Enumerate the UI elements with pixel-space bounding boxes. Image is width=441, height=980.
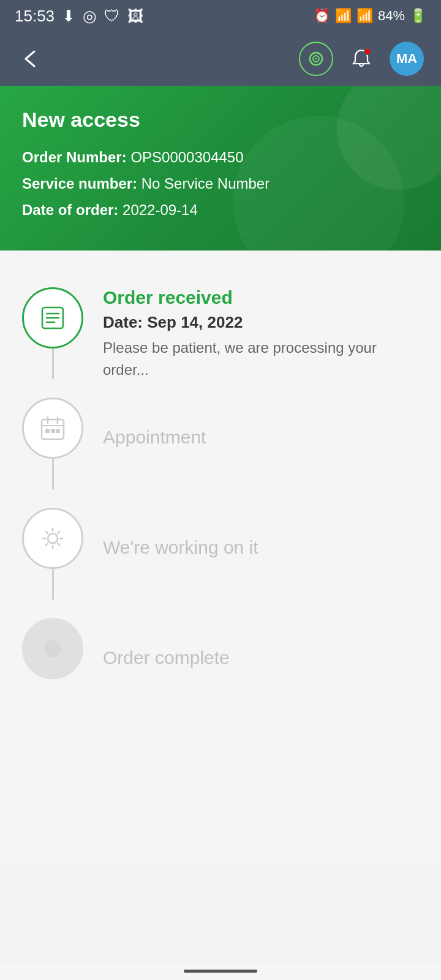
- notification-button[interactable]: [348, 45, 375, 72]
- step-content-2: Appointment: [103, 398, 419, 448]
- step-content-3: We're working on it: [103, 508, 419, 558]
- status-bar-right: ⏰ 📶 📶 84% 🔋: [314, 8, 426, 24]
- date-val: 2022-09-14: [123, 202, 198, 218]
- chat-button[interactable]: [299, 42, 333, 76]
- timeline: Order received Date: Sep 14, 2022 Please…: [0, 251, 441, 716]
- time-display: 15:53: [15, 7, 55, 26]
- bottom-bar: [0, 962, 441, 980]
- step-title-appointment: Appointment: [103, 410, 419, 448]
- calendar-icon: [37, 412, 69, 444]
- working-icon-circle: [22, 508, 83, 569]
- signal-icon: 📶: [356, 8, 373, 24]
- banner-title: New access: [22, 108, 419, 132]
- gear-icon: [37, 522, 69, 554]
- bottom-nav-indicator: [184, 970, 257, 973]
- shield-icon: 🛡: [104, 7, 120, 26]
- connector-2-3: [52, 459, 54, 489]
- battery-icon: 🔋: [410, 8, 426, 24]
- step-left-4: [22, 618, 83, 679]
- banner-info: Order Number: OPS0000304450 Service numb…: [22, 144, 419, 224]
- step-title-order-received: Order received: [103, 287, 419, 308]
- step-date-order-received: Date: Sep 14, 2022: [103, 313, 419, 332]
- date-label: Date of order:: [22, 202, 118, 218]
- connector-3-4: [52, 569, 54, 600]
- nav-bar: MA: [0, 32, 441, 86]
- timeline-step-working: We're working on it: [22, 508, 419, 618]
- service-number-val: No Service Number: [141, 175, 270, 192]
- service-number-label: Service number:: [22, 175, 137, 192]
- appointment-icon-circle: [22, 398, 83, 459]
- step-left-1: [22, 275, 83, 379]
- gallery-icon: 🖼: [127, 7, 143, 26]
- shazam-icon: ◎: [83, 7, 97, 26]
- timeline-step-complete: Order complete: [22, 618, 419, 692]
- user-avatar[interactable]: MA: [390, 42, 424, 76]
- svg-point-2: [315, 58, 317, 60]
- order-number-row: Order Number: OPS0000304450: [22, 144, 419, 170]
- battery-display: 84%: [378, 8, 405, 24]
- timeline-step-order-received: Order received Date: Sep 14, 2022 Please…: [22, 275, 419, 398]
- date-row: Date of order: 2022-09-14: [22, 197, 419, 223]
- step-desc-order-received: Please be patient, we are processing you…: [103, 337, 419, 381]
- notification-dot: [364, 48, 371, 55]
- step-left-3: [22, 508, 83, 600]
- svg-rect-11: [45, 429, 50, 433]
- back-button[interactable]: [17, 45, 44, 72]
- svg-point-14: [48, 533, 58, 543]
- step-content-1: Order received Date: Sep 14, 2022 Please…: [103, 275, 419, 381]
- alarm-icon: ⏰: [314, 8, 330, 24]
- status-bar: 15:53 ⬇ ◎ 🛡 🖼 ⏰ 📶 📶 84% 🔋: [0, 0, 441, 32]
- order-number-label: Order Number:: [22, 149, 127, 165]
- step-title-working: We're working on it: [103, 520, 419, 558]
- step-left-2: [22, 398, 83, 489]
- complete-icon: [40, 636, 65, 661]
- step-content-4: Order complete: [103, 618, 419, 668]
- svg-rect-12: [51, 429, 55, 433]
- order-number-val: OPS0000304450: [130, 149, 243, 165]
- status-bar-left: 15:53 ⬇ ◎ 🛡 🖼: [15, 7, 143, 26]
- main-content: Order received Date: Sep 14, 2022 Please…: [0, 251, 441, 863]
- download-icon: ⬇: [62, 7, 75, 26]
- connector-1-2: [52, 349, 54, 379]
- svg-rect-13: [56, 429, 60, 433]
- timeline-step-appointment: Appointment: [22, 398, 419, 508]
- step-title-complete: Order complete: [103, 630, 419, 668]
- svg-point-15: [44, 640, 61, 657]
- service-number-row: Service number: No Service Number: [22, 170, 419, 197]
- nav-icons: MA: [299, 42, 424, 76]
- wifi-icon: 📶: [335, 8, 352, 24]
- order-received-icon-circle: [22, 287, 83, 349]
- list-icon: [36, 301, 69, 334]
- complete-icon-circle: [22, 618, 83, 679]
- order-banner: New access Order Number: OPS0000304450 S…: [0, 86, 441, 251]
